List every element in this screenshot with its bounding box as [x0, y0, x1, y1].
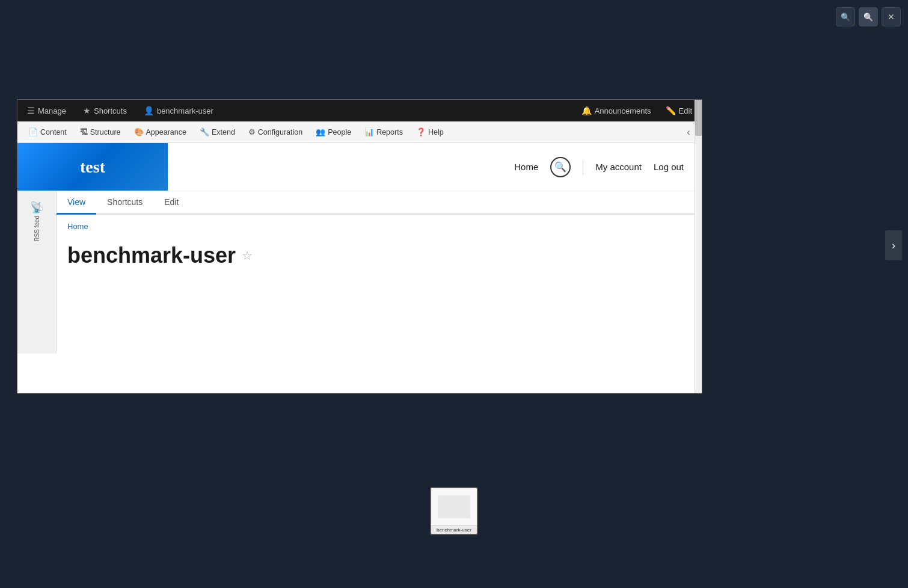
search-icon: 🔍 [554, 161, 566, 173]
page-title: benchmark-user [67, 243, 236, 268]
zoom-in-icon: 🔍 [864, 13, 873, 22]
nav-appearance[interactable]: 🎨 Appearance [128, 124, 192, 140]
nav-help[interactable]: ❓ Help [410, 124, 450, 140]
nav-extend-label: Extend [212, 128, 235, 136]
top-controls: 🔍 🔍 ✕ [836, 7, 901, 26]
pencil-icon: ✏️ [666, 106, 676, 115]
next-arrow-button[interactable]: › [885, 230, 902, 260]
announcements-menu[interactable]: 🔔 Announcements [578, 103, 655, 118]
nav-extend[interactable]: 🔧 Extend [194, 124, 241, 140]
nav-structure[interactable]: 🏗 Structure [74, 124, 127, 140]
close-button[interactable]: ✕ [882, 7, 901, 26]
page-title-area: benchmark-user ☆ [57, 238, 702, 273]
edit-menu[interactable]: ✏️ Edit [662, 103, 696, 118]
tab-edit-label: Edit [164, 197, 179, 207]
thumbnail-content [431, 488, 477, 525]
admin-toolbar-right: 🔔 Announcements ✏️ Edit [578, 103, 696, 118]
user-icon: 👤 [144, 106, 154, 115]
breadcrumb: Home [57, 215, 702, 238]
nav-home-link[interactable]: Home [514, 162, 538, 172]
site-logo-text: test [80, 158, 105, 177]
tab-edit[interactable]: Edit [153, 191, 189, 215]
nav-content[interactable]: 📄 Content [22, 124, 73, 140]
admin-toolbar: ☰ Manage ★ Shortcuts 👤 benchmark-user 🔔 … [17, 100, 702, 121]
hamburger-icon: ☰ [27, 106, 35, 115]
nav-configuration[interactable]: ⚙ Configuration [242, 124, 308, 140]
site-content: test Home 🔍 My account Log out 📡 RSS fee… [17, 143, 702, 354]
admin-toolbar-left: ☰ Manage ★ Shortcuts 👤 benchmark-user [23, 103, 568, 118]
zoom-in-button[interactable]: 🔍 [859, 7, 878, 26]
scrollbar-thumb[interactable] [695, 100, 702, 136]
content-icon: 📄 [28, 127, 38, 136]
configuration-icon: ⚙ [248, 127, 256, 136]
rss-feed-item[interactable]: 📡 RSS feed [28, 197, 46, 245]
secondary-nav: 📄 Content 🏗 Structure 🎨 Appearance 🔧 Ext… [17, 121, 702, 143]
page-content: View Shortcuts Edit Home benchmark-user [57, 191, 702, 354]
search-button[interactable]: 🔍 [550, 157, 571, 177]
content-tabs: View Shortcuts Edit [57, 191, 702, 215]
tab-shortcuts[interactable]: Shortcuts [96, 191, 153, 215]
site-nav: Home 🔍 My account Log out [186, 157, 690, 177]
zoom-out-button[interactable]: 🔍 [836, 7, 855, 26]
tab-shortcuts-label: Shortcuts [107, 197, 143, 207]
thumbnail-preview[interactable]: benchmark-user [430, 487, 478, 535]
bell-icon: 🔔 [581, 106, 592, 115]
nav-appearance-label: Appearance [146, 128, 186, 136]
edit-label: Edit [679, 106, 692, 115]
extend-icon: 🔧 [200, 127, 209, 136]
bookmark-star-icon[interactable]: ☆ [242, 248, 253, 263]
help-icon: ❓ [416, 127, 426, 136]
chevron-left-icon: ‹ [687, 127, 690, 138]
username-label: benchmark-user [157, 106, 213, 115]
site-logo[interactable]: test [17, 143, 168, 191]
nav-divider [583, 160, 583, 174]
nav-people[interactable]: 👥 People [310, 124, 357, 140]
appearance-icon: 🎨 [134, 127, 144, 136]
star-icon: ★ [83, 106, 91, 115]
tab-view-label: View [67, 197, 85, 207]
user-menu[interactable]: 👤 benchmark-user [140, 103, 217, 118]
nav-help-label: Help [428, 128, 444, 136]
browser-window: ☰ Manage ★ Shortcuts 👤 benchmark-user 🔔 … [17, 99, 702, 394]
scrollbar[interactable] [695, 100, 702, 393]
people-icon: 👥 [316, 127, 325, 136]
breadcrumb-home[interactable]: Home [67, 222, 88, 231]
zoom-out-icon: 🔍 [841, 13, 850, 22]
manage-menu[interactable]: ☰ Manage [23, 103, 70, 118]
reports-icon: 📊 [364, 127, 374, 136]
nav-reports-label: Reports [376, 128, 403, 136]
main-area: 📡 RSS feed View Shortcuts Edit [17, 191, 702, 354]
shortcuts-label: Shortcuts [94, 106, 127, 115]
nav-reports[interactable]: 📊 Reports [358, 124, 409, 140]
tab-view[interactable]: View [57, 191, 96, 215]
shortcuts-menu[interactable]: ★ Shortcuts [79, 103, 130, 118]
chevron-right-icon: › [892, 239, 895, 252]
my-account-link[interactable]: My account [595, 162, 642, 172]
nav-configuration-label: Configuration [258, 128, 302, 136]
rss-label: RSS feed [34, 216, 40, 242]
site-header: test Home 🔍 My account Log out [17, 143, 702, 191]
nav-people-label: People [328, 128, 351, 136]
close-icon: ✕ [888, 12, 895, 22]
nav-content-label: Content [40, 128, 67, 136]
announcements-label: Announcements [595, 106, 651, 115]
nav-structure-label: Structure [90, 128, 121, 136]
rss-icon: 📡 [30, 201, 43, 214]
log-out-link[interactable]: Log out [654, 162, 684, 172]
left-sidebar: 📡 RSS feed [17, 191, 57, 354]
manage-label: Manage [38, 106, 66, 115]
thumbnail-label: benchmark-user [431, 525, 477, 534]
structure-icon: 🏗 [80, 127, 88, 136]
